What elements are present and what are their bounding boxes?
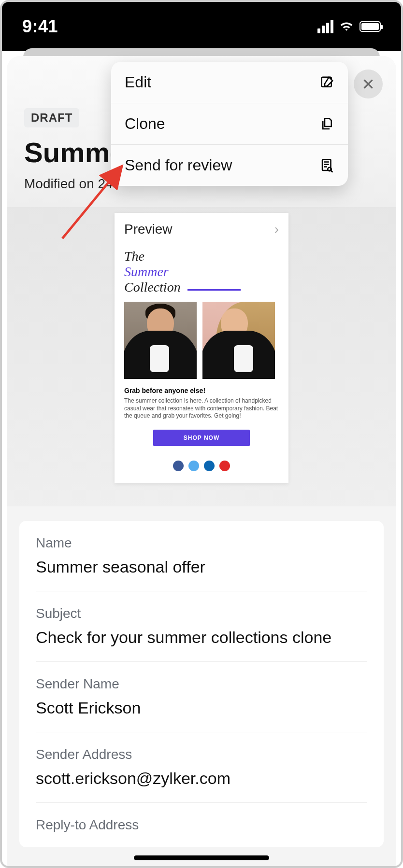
menu-edit[interactable]: Edit bbox=[111, 62, 348, 103]
close-button[interactable] bbox=[354, 70, 383, 98]
field-subject-value: Check for your summer collections clone bbox=[36, 628, 367, 647]
close-icon bbox=[362, 78, 374, 90]
status-time: 9:41 bbox=[22, 16, 58, 37]
field-reply-to-label: Reply-to Address bbox=[36, 817, 367, 833]
preview-photos bbox=[115, 297, 288, 384]
field-subject-label: Subject bbox=[36, 606, 367, 621]
field-reply-to: Reply-to Address bbox=[36, 803, 367, 847]
clone-icon bbox=[320, 117, 334, 131]
menu-send-for-review[interactable]: Send for review bbox=[111, 145, 348, 186]
review-icon bbox=[320, 158, 334, 173]
shop-now-button[interactable]: SHOP NOW bbox=[153, 430, 250, 446]
home-indicator bbox=[134, 855, 269, 860]
preview-photo-2 bbox=[202, 302, 275, 379]
svg-line-9 bbox=[331, 170, 333, 172]
field-sender-address-label: Sender Address bbox=[36, 747, 367, 762]
chevron-right-icon: › bbox=[274, 222, 279, 237]
field-name-label: Name bbox=[36, 535, 367, 551]
preview-body: The summer collection is here. A collect… bbox=[124, 397, 279, 420]
preview-header: Preview › bbox=[115, 213, 288, 242]
field-sender-name-label: Sender Name bbox=[36, 676, 367, 692]
preview-title-underline bbox=[187, 289, 241, 291]
field-sender-name-value: Scott Erickson bbox=[36, 699, 367, 717]
field-sender-name: Sender Name Scott Erickson bbox=[36, 662, 367, 732]
preview-text: Grab before anyone else! The summer coll… bbox=[115, 384, 288, 423]
twitter-icon bbox=[188, 461, 199, 471]
preview-section: Preview › The Summer Collection Grab bbox=[7, 207, 396, 506]
battery-icon bbox=[360, 21, 381, 32]
menu-clone[interactable]: Clone bbox=[111, 103, 348, 145]
field-subject: Subject Check for your summer collection… bbox=[36, 591, 367, 662]
status-badge: DRAFT bbox=[24, 108, 79, 127]
preview-title-block: The Summer Collection bbox=[115, 242, 288, 297]
status-indicators bbox=[317, 20, 381, 33]
facebook-icon bbox=[173, 461, 184, 471]
menu-clone-label: Clone bbox=[125, 115, 165, 133]
details-card: Name Summer seasonal offer Subject Check… bbox=[19, 521, 384, 847]
preview-headline: Grab before anyone else! bbox=[124, 387, 279, 394]
field-sender-address-value: scott.erickson@zylker.com bbox=[36, 769, 367, 788]
wifi-icon bbox=[339, 21, 354, 32]
field-name-value: Summer seasonal offer bbox=[36, 558, 367, 576]
preview-title-line2: Summer bbox=[124, 264, 279, 280]
context-menu: Edit Clone Send for review bbox=[111, 62, 348, 186]
field-sender-address: Sender Address scott.erickson@zylker.com bbox=[36, 732, 367, 803]
cellular-icon bbox=[317, 20, 333, 33]
preview-title-line3: Collection bbox=[124, 280, 181, 295]
linkedin-icon bbox=[204, 461, 215, 471]
field-name: Name Summer seasonal offer bbox=[36, 521, 367, 591]
svg-point-8 bbox=[328, 167, 331, 171]
pinterest-icon bbox=[219, 461, 230, 471]
preview-title-line1: The bbox=[124, 249, 279, 264]
app-frame: 9:41 DRAFT Summer seasonal offer Modifie… bbox=[0, 0, 403, 868]
preview-label: Preview bbox=[124, 222, 173, 237]
preview-photo-1 bbox=[124, 302, 197, 379]
edit-icon bbox=[320, 75, 334, 90]
menu-send-for-review-label: Send for review bbox=[125, 156, 232, 174]
preview-social-icons bbox=[115, 461, 288, 471]
preview-card[interactable]: Preview › The Summer Collection Grab bbox=[115, 213, 288, 483]
status-bar: 9:41 bbox=[2, 2, 401, 51]
menu-edit-label: Edit bbox=[125, 73, 151, 91]
